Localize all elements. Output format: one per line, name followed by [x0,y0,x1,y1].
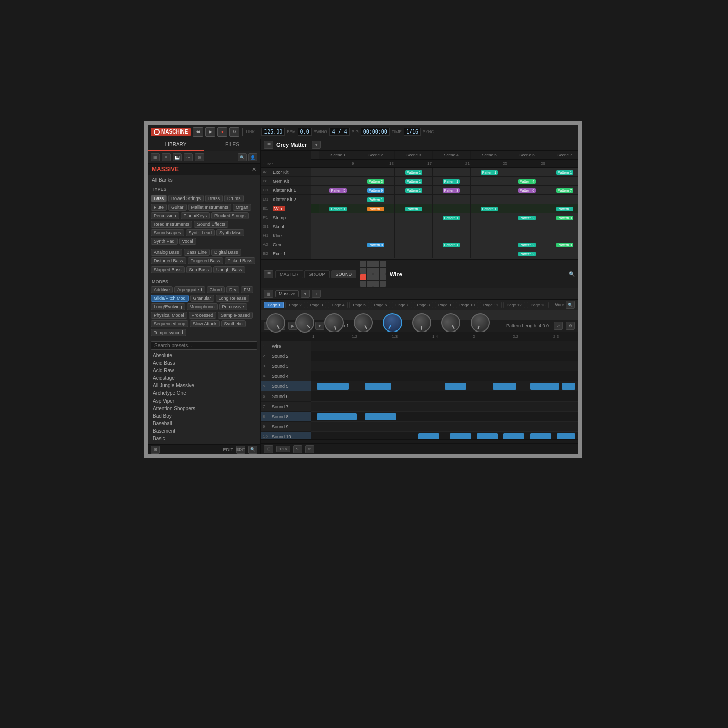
pe-expand-button[interactable]: ⤢ [554,322,563,330]
mode-dry[interactable]: Dry [226,286,239,293]
preset-absolute[interactable]: Absolute [148,352,260,359]
cell-a2-6[interactable] [508,231,546,240]
cell-h1-2[interactable] [357,222,395,231]
mode-slow[interactable]: Slow Attack [190,320,220,327]
waveform-view-button[interactable]: 〜 [184,153,193,161]
mode-processed[interactable]: Processed [189,312,217,319]
cell-c1-3[interactable]: Pattern 1 [395,186,433,195]
mode-glide[interactable]: Glide/Pitch Mod [151,295,189,302]
sound-row-7[interactable]: 7 Sound 7 [261,402,311,412]
mode-sample[interactable]: Sample-based [218,312,253,319]
record-button[interactable]: ● [217,127,227,137]
scene-header-4[interactable]: Scene 4 [433,151,471,159]
cell-a1-3[interactable]: Pattern 1 [395,168,433,177]
instrument-menu-button[interactable]: ☰ [264,270,273,278]
tag-sfx[interactable]: Sound Effects [194,221,228,228]
pe-settings-button[interactable]: ⚙ [566,322,575,330]
pencil-icon[interactable]: ✏ [305,445,314,453]
cell-b1-1[interactable] [319,177,357,186]
mode-granular[interactable]: Granular [190,295,214,302]
cell-c1-2[interactable]: Pattern 9 [357,186,395,195]
cell-g1-5[interactable] [471,213,508,222]
bpm-display[interactable]: 125.00 [261,128,285,136]
mode-sequence[interactable]: Sequence/Loop [151,320,188,327]
cell-e1-6[interactable] [508,204,546,213]
tag-fingered-bass[interactable]: Fingered Bass [188,257,223,264]
cell-e2-3[interactable] [395,249,433,258]
scene-header-6[interactable]: Scene 6 [508,151,546,159]
page-btn-9[interactable]: Page 9 [435,302,454,308]
cell-g1-6[interactable]: Pattern 2 [508,213,546,222]
note-10-2[interactable] [450,433,471,439]
cell-a2-5[interactable] [471,231,508,240]
tag-piano[interactable]: Piano/Keys [181,212,210,219]
filter-button[interactable]: ⊞ [195,153,204,161]
cell-g1-2[interactable] [357,213,395,222]
note-8-2[interactable] [365,413,396,420]
mode-percussive[interactable]: Percussive [219,303,247,310]
page-btn-1[interactable]: Page 1 [264,302,284,308]
scene-header-7[interactable]: Scene 7 [546,151,578,159]
cell-d1-2[interactable]: Pattern 1 [357,195,395,204]
cell-a1-2[interactable] [357,168,395,177]
tag-bass[interactable]: Bass [151,195,167,202]
cell-d2-4[interactable]: Pattern 1 [433,240,471,249]
cell-e1-5[interactable]: Pattern 1 [471,204,508,213]
cell-g1-4[interactable]: Pattern 1 [433,213,471,222]
cell-d2-3[interactable] [395,240,433,249]
preset-acidstage[interactable]: Acidstage [148,374,260,382]
page-btn-8[interactable]: Page 8 [414,302,433,308]
cell-b1-7[interactable] [546,177,578,186]
tag-upright-bass[interactable]: Upright Bass [213,266,245,273]
preset-attention[interactable]: Attention Shoppers [148,405,260,412]
sound-row-1[interactable]: 1 Wire [261,341,311,351]
note-5-1[interactable] [317,383,349,390]
cell-h1-7[interactable] [546,222,578,231]
engine-icon[interactable]: ▦ [264,290,273,298]
preset-acid-raw[interactable]: Acid Raw [148,367,260,374]
page-btn-10[interactable]: Page 10 [456,302,478,308]
tag-picked-bass[interactable]: Picked Bass [225,257,256,264]
note-8-1[interactable] [317,413,357,420]
tag-plucked[interactable]: Plucked Strings [211,212,249,219]
cell-e2-6[interactable]: Pattern 2 [508,249,546,258]
mode-longevolving[interactable]: Long/Evolving [151,303,185,310]
mode-longrelease[interactable]: Long Release [216,295,250,302]
cell-g1-7[interactable]: Pattern 3 [546,213,578,222]
sound-row-10[interactable]: 10 Sound 10 [261,432,311,439]
cell-b1-4[interactable]: Pattern 1 [433,177,471,186]
preset-basement[interactable]: Basement [148,427,260,435]
note-10-5[interactable] [530,433,551,439]
sound-row-4[interactable]: 4 Sound 4 [261,371,311,381]
preset-all-jungle[interactable]: All Jungle Massive [148,382,260,389]
tag-soundscapes[interactable]: Soundscapes [151,229,184,236]
close-sidebar-button[interactable]: ✕ [252,166,256,173]
cell-h1-1[interactable] [319,222,357,231]
preset-badboy[interactable]: Bad Boy [148,412,260,420]
cell-a1-6[interactable] [508,168,546,177]
cell-a2-2[interactable] [357,231,395,240]
play-button[interactable]: ▶ [205,127,215,137]
cell-b1-2[interactable]: Pattern 3 [357,177,395,186]
cell-e2-1[interactable] [319,249,357,258]
cell-e2-4[interactable] [433,249,471,258]
tag-synthmisc[interactable]: Synth Misc [216,229,244,236]
note-10-1[interactable] [418,433,439,439]
cell-d2-6[interactable]: Pattern 2 [508,240,546,249]
tab-group[interactable]: GROUP [304,270,330,278]
tag-synthpad[interactable]: Synth Pad [151,238,178,245]
tag-vocal[interactable]: Vocal [179,238,196,245]
instrument-search-button[interactable]: 🔍 [569,271,575,277]
tag-brass[interactable]: Brass [205,195,223,202]
cell-b1-6[interactable]: Pattern 4 [508,177,546,186]
cell-d1-4[interactable] [433,195,471,204]
cell-d2-1[interactable] [319,240,357,249]
scene-header-3[interactable]: Scene 3 [395,151,433,159]
preset-baseball[interactable]: Baseball [148,420,260,427]
cell-h1-3[interactable] [395,222,433,231]
preset-acid-bass[interactable]: Acid Bass [148,359,260,367]
edit-button[interactable]: EDIT [236,446,245,454]
loop-button[interactable]: ↻ [229,127,239,137]
search-button[interactable]: 🔍 [238,153,247,161]
preset-archetype[interactable]: Archetype One [148,389,260,397]
